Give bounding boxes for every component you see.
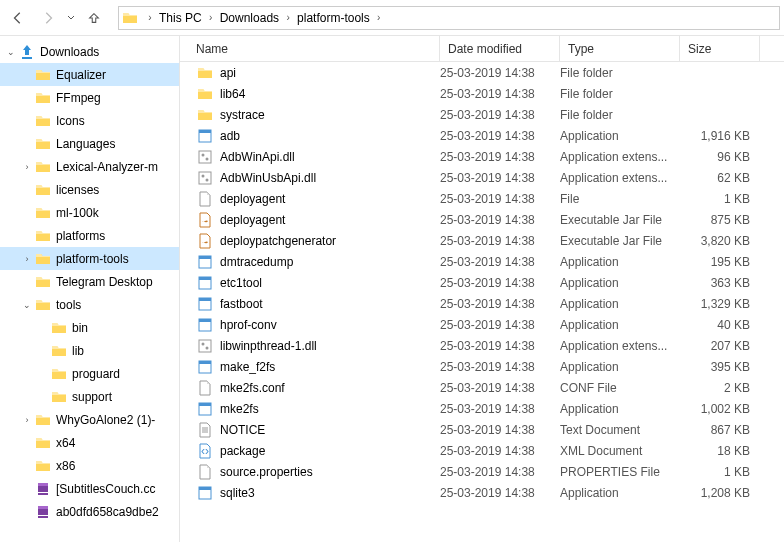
file-type: Application <box>560 255 680 269</box>
tree-item-label: Icons <box>56 114 85 128</box>
file-type: XML Document <box>560 444 680 458</box>
folder-icon <box>121 10 139 26</box>
file-icon <box>196 464 214 480</box>
file-size: 363 KB <box>680 276 760 290</box>
column-header-date[interactable]: Date modified <box>440 36 560 61</box>
exe-icon <box>196 485 214 501</box>
file-row[interactable]: systrace25-03-2019 14:38File folder <box>180 104 784 125</box>
forward-button[interactable] <box>34 4 62 32</box>
file-type: Application <box>560 318 680 332</box>
file-row[interactable]: hprof-conv25-03-2019 14:38Application40 … <box>180 314 784 335</box>
tree-item[interactable]: x64 <box>0 431 179 454</box>
column-header-type[interactable]: Type <box>560 36 680 61</box>
file-row[interactable]: AdbWinUsbApi.dll25-03-2019 14:38Applicat… <box>180 167 784 188</box>
tree-item[interactable]: Telegram Desktop <box>0 270 179 293</box>
tree-item[interactable]: ›WhyGoAlone2 (1)- <box>0 408 179 431</box>
file-row[interactable]: deployagent25-03-2019 14:38File1 KB <box>180 188 784 209</box>
address-bar[interactable]: › This PC › Downloads › platform-tools › <box>118 6 780 30</box>
tree-item[interactable]: licenses <box>0 178 179 201</box>
dll-icon <box>196 149 214 165</box>
file-size: 195 KB <box>680 255 760 269</box>
history-dropdown[interactable] <box>64 4 78 32</box>
file-size: 1,329 KB <box>680 297 760 311</box>
folder-icon <box>34 90 52 106</box>
file-list-pane: Name Date modified Type Size api25-03-20… <box>180 36 784 542</box>
file-row[interactable]: adb25-03-2019 14:38Application1,916 KB <box>180 125 784 146</box>
expand-caret-icon[interactable]: ⌄ <box>4 47 18 57</box>
breadcrumb-segment[interactable]: platform-tools <box>293 8 374 28</box>
file-row[interactable]: fastboot25-03-2019 14:38Application1,329… <box>180 293 784 314</box>
tree-item[interactable]: Equalizer <box>0 63 179 86</box>
file-row[interactable]: dmtracedump25-03-2019 14:38Application19… <box>180 251 784 272</box>
file-row[interactable]: deploypatchgenerator25-03-2019 14:38Exec… <box>180 230 784 251</box>
file-row[interactable]: source.properties25-03-2019 14:38PROPERT… <box>180 461 784 482</box>
back-button[interactable] <box>4 4 32 32</box>
tree-item-label: tools <box>56 298 81 312</box>
file-row[interactable]: NOTICE25-03-2019 14:38Text Document867 K… <box>180 419 784 440</box>
tree-item-label: platforms <box>56 229 105 243</box>
file-row[interactable]: libwinpthread-1.dll25-03-2019 14:38Appli… <box>180 335 784 356</box>
file-row[interactable]: AdbWinApi.dll25-03-2019 14:38Application… <box>180 146 784 167</box>
file-row[interactable]: mke2fs25-03-2019 14:38Application1,002 K… <box>180 398 784 419</box>
tree-item[interactable]: ›platform-tools <box>0 247 179 270</box>
file-date: 25-03-2019 14:38 <box>440 108 560 122</box>
file-row[interactable]: sqlite325-03-2019 14:38Application1,208 … <box>180 482 784 503</box>
dll-icon <box>196 338 214 354</box>
tree-item[interactable]: ab0dfd658ca9dbe2 <box>0 500 179 523</box>
file-size: 3,820 KB <box>680 234 760 248</box>
file-date: 25-03-2019 14:38 <box>440 360 560 374</box>
tree-item[interactable]: Languages <box>0 132 179 155</box>
file-row[interactable]: lib6425-03-2019 14:38File folder <box>180 83 784 104</box>
file-date: 25-03-2019 14:38 <box>440 150 560 164</box>
tree-item[interactable]: lib <box>0 339 179 362</box>
tree-item[interactable]: platforms <box>0 224 179 247</box>
file-name: deployagent <box>220 192 285 206</box>
tree-item[interactable]: ›Lexical-Analyzer-m <box>0 155 179 178</box>
up-button[interactable] <box>80 4 108 32</box>
tree-item[interactable]: ⌄Downloads <box>0 40 179 63</box>
file-row[interactable]: etc1tool25-03-2019 14:38Application363 K… <box>180 272 784 293</box>
chevron-right-icon[interactable]: › <box>374 12 384 23</box>
tree-item[interactable]: [SubtitlesCouch.cc <box>0 477 179 500</box>
tree-item-label: Lexical-Analyzer-m <box>56 160 158 174</box>
expand-caret-icon[interactable]: ⌄ <box>20 300 34 310</box>
file-row[interactable]: mke2fs.conf25-03-2019 14:38CONF File2 KB <box>180 377 784 398</box>
chevron-right-icon[interactable]: › <box>283 12 293 23</box>
breadcrumb-segment[interactable]: Downloads <box>216 8 283 28</box>
file-date: 25-03-2019 14:38 <box>440 402 560 416</box>
file-name: libwinpthread-1.dll <box>220 339 317 353</box>
tree-item[interactable]: FFmpeg <box>0 86 179 109</box>
folder-icon <box>34 412 52 428</box>
tree-item[interactable]: proguard <box>0 362 179 385</box>
tree-item[interactable]: ml-100k <box>0 201 179 224</box>
chevron-right-icon[interactable]: › <box>145 12 155 23</box>
file-name: dmtracedump <box>220 255 293 269</box>
tree-item[interactable]: x86 <box>0 454 179 477</box>
file-row[interactable]: api25-03-2019 14:38File folder <box>180 62 784 83</box>
folder-icon <box>34 113 52 129</box>
file-type: Executable Jar File <box>560 234 680 248</box>
file-name: source.properties <box>220 465 313 479</box>
file-name: hprof-conv <box>220 318 277 332</box>
folder-icon <box>34 251 52 267</box>
expand-caret-icon[interactable]: › <box>20 254 34 264</box>
file-name: AdbWinApi.dll <box>220 150 295 164</box>
breadcrumb-segment[interactable]: This PC <box>155 8 206 28</box>
file-row[interactable]: make_f2fs25-03-2019 14:38Application395 … <box>180 356 784 377</box>
tree-item[interactable]: ⌄tools <box>0 293 179 316</box>
tree-item[interactable]: Icons <box>0 109 179 132</box>
folder-icon <box>34 435 52 451</box>
tree-item-label: Downloads <box>40 45 99 59</box>
tree-item[interactable]: bin <box>0 316 179 339</box>
tree-item-label: x64 <box>56 436 75 450</box>
expand-caret-icon[interactable]: › <box>20 162 34 172</box>
file-row[interactable]: deployagent25-03-2019 14:38Executable Ja… <box>180 209 784 230</box>
tree-item[interactable]: support <box>0 385 179 408</box>
expand-caret-icon[interactable]: › <box>20 415 34 425</box>
file-type: Application <box>560 360 680 374</box>
file-row[interactable]: package25-03-2019 14:38XML Document18 KB <box>180 440 784 461</box>
navigation-pane[interactable]: ⌄DownloadsEqualizerFFmpegIconsLanguages›… <box>0 36 180 542</box>
column-header-name[interactable]: Name <box>180 36 440 61</box>
column-header-size[interactable]: Size <box>680 36 760 61</box>
chevron-right-icon[interactable]: › <box>206 12 216 23</box>
